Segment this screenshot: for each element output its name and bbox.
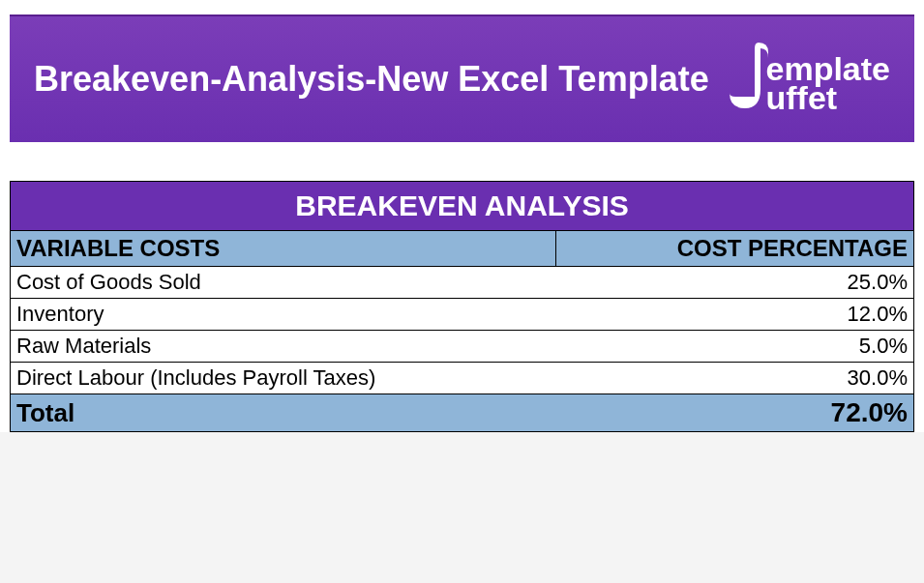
logo-text: emplate uffet xyxy=(766,54,891,113)
row-label: Raw Materials xyxy=(11,331,556,363)
table-total-row: Total72.0% xyxy=(11,394,914,432)
logo-line2: uffet xyxy=(766,83,891,113)
table-row: Raw Materials5.0% xyxy=(11,331,914,363)
row-value: 12.0% xyxy=(556,299,914,331)
logo-ladle-icon xyxy=(730,45,768,113)
variable-costs-table: VARIABLE COSTS COST PERCENTAGE Cost of G… xyxy=(10,230,914,432)
header-cost-percentage: COST PERCENTAGE xyxy=(556,231,914,267)
row-label: Cost of Goods Sold xyxy=(11,267,556,299)
analysis-table-container: BREAKEVEN ANALYSIS VARIABLE COSTS COST P… xyxy=(10,181,914,432)
total-label: Total xyxy=(11,394,556,432)
row-label: Direct Labour (Includes Payroll Taxes) xyxy=(11,363,556,394)
table-row: Inventory12.0% xyxy=(11,299,914,331)
page-container: Breakeven-Analysis-New Excel Template em… xyxy=(0,0,924,432)
row-value: 25.0% xyxy=(556,267,914,299)
row-value: 5.0% xyxy=(556,331,914,363)
row-value: 30.0% xyxy=(556,363,914,394)
header-variable-costs: VARIABLE COSTS xyxy=(11,231,556,267)
table-row: Cost of Goods Sold25.0% xyxy=(11,267,914,299)
row-label: Inventory xyxy=(11,299,556,331)
total-value: 72.0% xyxy=(556,394,914,432)
table-row: Direct Labour (Includes Payroll Taxes)30… xyxy=(11,363,914,394)
banner-title: Breakeven-Analysis-New Excel Template xyxy=(34,59,709,100)
table-title: BREAKEVEN ANALYSIS xyxy=(10,181,914,230)
title-banner: Breakeven-Analysis-New Excel Template em… xyxy=(10,15,914,142)
template-buffet-logo: emplate uffet xyxy=(730,45,891,113)
table-header-row: VARIABLE COSTS COST PERCENTAGE xyxy=(11,231,914,267)
